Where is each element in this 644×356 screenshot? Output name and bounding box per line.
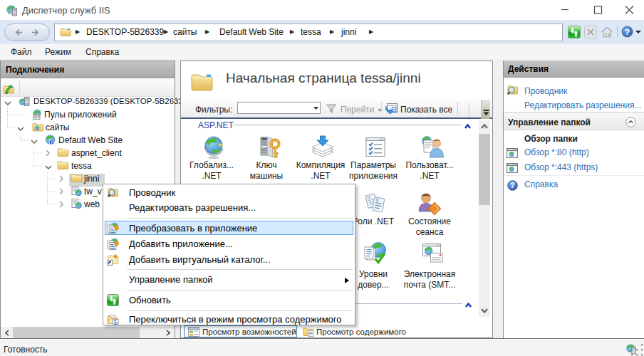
svg-text:?: ? <box>625 28 630 36</box>
svg-text:?: ? <box>510 181 514 189</box>
